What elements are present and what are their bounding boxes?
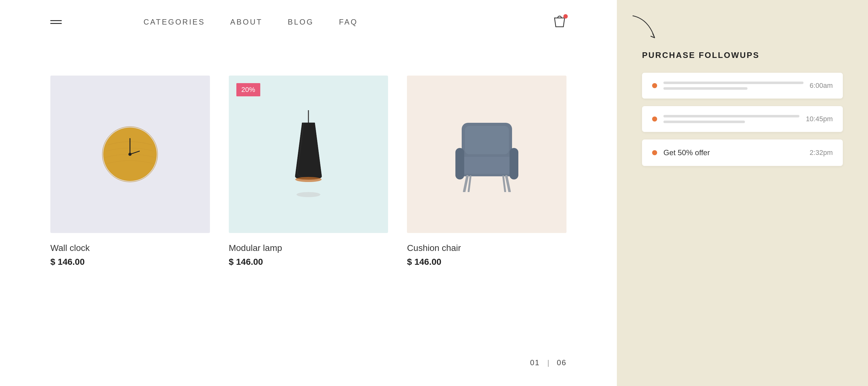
svg-line-19 — [464, 176, 467, 191]
total-pages: 06 — [557, 358, 566, 367]
product-card-cushion-chair: Cushion chair $ 146.00 — [407, 76, 566, 267]
followup-dot-3 — [652, 150, 657, 155]
followup-line-top-2 — [663, 115, 799, 117]
svg-point-9 — [128, 153, 131, 156]
product-card-modular-lamp: 20% Modular lamp $ 146. — [229, 76, 389, 267]
followup-time-2: 10:45pm — [806, 115, 833, 123]
product-image-cushion-chair[interactable] — [407, 76, 566, 233]
product-price-cushion-chair: $ 146.00 — [407, 257, 566, 267]
nav-faq[interactable]: FAQ — [339, 18, 358, 26]
products-grid: Wall clock $ 146.00 20% — [50, 76, 566, 267]
discount-badge: 20% — [236, 83, 260, 96]
svg-line-22 — [503, 176, 505, 191]
followup-lines-1 — [663, 82, 804, 90]
nav-categories[interactable]: CATEGORIES — [144, 18, 205, 26]
product-price-wall-clock: $ 146.00 — [50, 257, 210, 267]
product-name-modular-lamp: Modular lamp — [229, 243, 389, 253]
followup-line-bottom-1 — [663, 87, 747, 90]
sidebar: PURCHASE FOLLOWUPS 6:00am 10:45pm Get 50… — [617, 0, 868, 386]
current-page: 01 — [530, 358, 540, 367]
product-card-wall-clock: Wall clock $ 146.00 — [50, 76, 210, 267]
svg-point-11 — [295, 177, 322, 182]
svg-rect-18 — [509, 148, 518, 179]
main-area: CATEGORIES ABOUT BLOG FAQ — [0, 0, 617, 386]
svg-line-21 — [469, 176, 470, 191]
followup-time-3: 2:32pm — [810, 149, 833, 157]
sidebar-title: PURCHASE FOLLOWUPS — [642, 50, 843, 60]
products-section: Wall clock $ 146.00 20% — [0, 44, 617, 339]
followup-card-1[interactable]: 6:00am — [642, 73, 843, 98]
followup-line-bottom-2 — [663, 121, 745, 123]
followup-line-top-1 — [663, 82, 804, 84]
followup-dot-2 — [652, 117, 657, 121]
followup-label-3: Get 50% offer — [663, 148, 804, 157]
page-divider: | — [547, 358, 549, 367]
product-price-modular-lamp: $ 146.00 — [229, 257, 389, 267]
product-image-modular-lamp[interactable]: 20% — [229, 76, 389, 233]
svg-rect-17 — [456, 148, 464, 179]
product-name-cushion-chair: Cushion chair — [407, 243, 566, 253]
pagination: 01 | 06 — [0, 339, 617, 386]
cart-notification-dot — [563, 14, 568, 19]
nav-about[interactable]: ABOUT — [230, 18, 263, 26]
followup-card-2[interactable]: 10:45pm — [642, 106, 843, 132]
followup-time-1: 6:00am — [810, 82, 833, 90]
svg-line-20 — [506, 176, 509, 191]
svg-rect-14 — [465, 126, 509, 154]
svg-point-12 — [297, 192, 320, 197]
followup-lines-2 — [663, 115, 799, 123]
product-name-wall-clock: Wall clock — [50, 243, 210, 253]
nav-links: CATEGORIES ABOUT BLOG FAQ — [144, 18, 358, 26]
hamburger-menu[interactable] — [50, 20, 62, 24]
svg-rect-16 — [462, 157, 512, 174]
navigation: CATEGORIES ABOUT BLOG FAQ — [0, 0, 617, 44]
chair-illustration — [452, 117, 522, 192]
product-image-wall-clock[interactable] — [50, 76, 210, 233]
cart-button[interactable] — [553, 13, 566, 31]
followup-card-3[interactable]: Get 50% offer 2:32pm — [642, 140, 843, 166]
arrow-decoration — [629, 12, 667, 44]
clock-illustration — [102, 126, 158, 183]
nav-blog[interactable]: BLOG — [288, 18, 314, 26]
lamp-illustration — [289, 110, 327, 198]
followup-dot-1 — [652, 83, 657, 88]
